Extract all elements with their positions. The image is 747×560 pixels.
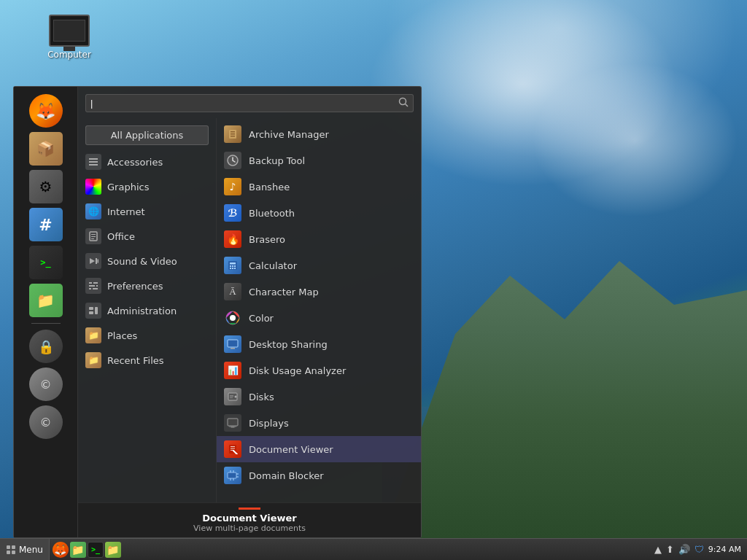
svg-point-39 [235,396,237,398]
content-area: All Applications Accessories [78,118,421,502]
svg-rect-31 [230,268,231,269]
calculator-label: Calculator [249,260,297,271]
bluetooth-icon: ℬ [224,204,241,222]
svg-rect-2 [89,158,98,160]
domain-blocker-icon [224,467,241,484]
menu-label: Menu [19,545,43,555]
category-recent-files[interactable]: 📁 Recent Files [78,348,216,373]
svg-point-0 [400,98,406,105]
svg-rect-23 [231,133,235,135]
app-item-backup-tool[interactable]: Backup Tool [217,147,421,174]
status-app-description: View multi-page documents [85,524,414,533]
taskbar-file-manager-icon[interactable]: 📁 [70,542,86,558]
lock-icon: 🔒 [38,339,54,354]
sound-video-icon [85,253,101,269]
disk-usage-icon: 📊 [224,362,241,379]
graphics-icon [85,179,101,195]
dock-icon-settings[interactable]: ⚙ [29,170,63,203]
sound-video-label: Sound & Video [107,256,177,267]
taskbar-firefox-symbol: 🦊 [54,544,66,556]
svg-marker-9 [90,258,95,264]
menu-main: All Applications Accessories [78,87,421,537]
document-viewer-label: Document Viewer [249,444,333,455]
displays-label: Displays [249,418,289,429]
accessories-label: Accessories [107,157,163,168]
app-item-character-map[interactable]: Ā Character Map [217,279,421,305]
svg-rect-49 [228,472,236,478]
category-graphics[interactable]: Graphics [78,174,216,199]
app-item-displays[interactable]: Displays [217,410,421,436]
folder-icon: 📁 [36,292,55,309]
taskbar-menu-button[interactable]: Menu [0,539,50,560]
disks-icon [224,388,241,405]
category-internet[interactable]: 🌐 Internet [78,199,216,224]
dock-icon-package[interactable]: 📦 [29,132,63,166]
character-map-label: Character Map [249,287,319,298]
app-item-desktop-sharing[interactable]: Desktop Sharing [217,331,421,357]
terminal-icon: >_ [40,257,50,268]
svg-rect-27 [230,262,236,265]
dock-icon-terminal[interactable]: >_ [29,246,63,279]
app-item-calculator[interactable]: Calculator [217,252,421,279]
search-input-wrapper [85,94,414,112]
dock-icon-folder[interactable]: 📁 [29,284,63,317]
svg-rect-42 [228,419,238,426]
taskbar-firefox-icon[interactable]: 🦊 [53,542,69,558]
category-office[interactable]: Office [78,224,216,249]
tray-sound-icon: 🔊 [678,544,690,555]
category-administration[interactable]: Administration [78,298,216,323]
left-dock: 🦊 📦 ⚙ # >_ 📁 🔒 © © [14,87,78,537]
svg-rect-6 [91,234,96,235]
dock-icon-lock[interactable]: 🔒 [29,330,63,363]
svg-rect-47 [231,448,235,449]
category-places[interactable]: 📁 Places [78,323,216,348]
svg-rect-24 [231,136,235,137]
dock-icon-circle2[interactable]: © [29,405,63,439]
app-item-brasero[interactable]: 🔥 Brasero [217,226,421,252]
domain-blocker-label: Domain Blocker [249,470,324,481]
taskbar-terminal-icon[interactable]: >_ [88,542,104,558]
hashtag-icon: # [39,216,52,234]
document-viewer-icon [224,440,241,458]
banshee-icon: ♪ [224,178,241,195]
brasero-icon: 🔥 [224,230,241,248]
banshee-label: Banshee [249,182,290,192]
computer-desktop-icon[interactable]: Computer [40,15,98,60]
internet-label: Internet [107,206,145,217]
dock-icon-hashtag[interactable]: # [29,208,63,241]
app-item-domain-blocker[interactable]: Domain Blocker [217,462,421,489]
svg-rect-29 [232,265,233,267]
category-sound-video[interactable]: Sound & Video [78,249,216,273]
app-item-color[interactable]: Color [217,305,421,331]
disk-usage-label: Disk Usage Analyzer [249,365,346,376]
status-bar: Document Viewer View multi-page document… [78,502,421,537]
backup-tool-icon [224,152,241,169]
svg-rect-18 [89,307,93,310]
svg-rect-57 [12,545,15,549]
app-item-disks[interactable]: Disks [217,384,421,410]
backup-tool-label: Backup Tool [249,155,305,166]
app-item-bluetooth[interactable]: ℬ Bluetooth [217,200,421,226]
svg-rect-14 [89,285,95,287]
app-item-document-viewer[interactable]: Document Viewer [217,436,421,462]
dock-icon-circle1[interactable]: © [29,368,63,401]
app-item-banshee[interactable]: ♪ Banshee [217,174,421,200]
svg-rect-22 [231,131,235,133]
dock-icon-firefox[interactable]: 🦊 [29,94,63,128]
category-accessories[interactable]: Accessories [78,149,216,174]
menu-grid-icon [6,545,16,555]
category-preferences[interactable]: Preferences [78,273,216,298]
search-input[interactable] [90,98,398,109]
taskbar-folder-icon[interactable]: 📁 [105,542,121,558]
svg-rect-40 [230,396,233,397]
accessories-icon [85,154,101,170]
svg-rect-32 [232,268,233,269]
app-item-archive-manager[interactable]: Archive Manager [217,121,421,147]
all-applications-button[interactable]: All Applications [85,125,209,145]
svg-rect-8 [91,238,94,239]
search-icon [398,97,409,109]
taskbar-file-manager-symbol: 📁 [71,544,84,556]
svg-rect-12 [89,282,92,284]
app-item-disk-usage[interactable]: 📊 Disk Usage Analyzer [217,357,421,384]
settings-icon: ⚙ [39,178,53,195]
